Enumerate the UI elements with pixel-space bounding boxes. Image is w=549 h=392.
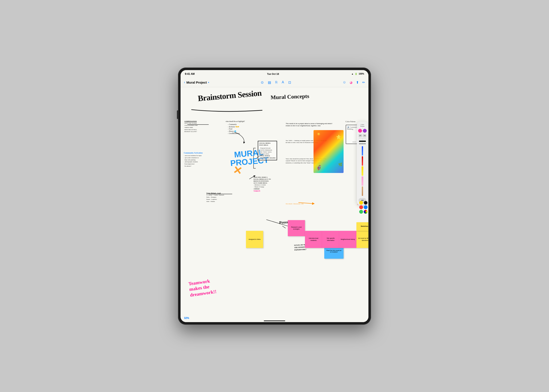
side-button (177, 110, 178, 119)
swatch-black[interactable] (364, 201, 368, 205)
social-media-annotation: SOCIAL MEDIAPOST IDEAS – Proposed Artwor… (258, 141, 277, 160)
swatch-green[interactable] (359, 210, 363, 214)
nav-left[interactable]: ‹ Mural Project ▾ (184, 80, 209, 84)
back-chevron-icon[interactable]: ‹ (184, 80, 185, 84)
mural-concepts-title: Mural Concepts (271, 93, 309, 100)
thick-marker-preview[interactable] (359, 140, 366, 142)
ipad-frame: 9:41 AM Tue Oct 18 ▲ 🔋 100% ‹ Mural Proj… (178, 68, 371, 325)
orange-x-decoration: ✕ (232, 163, 243, 177)
sticky-site-specific[interactable]: Site specific information (322, 231, 339, 248)
palette-purple-dot[interactable] (363, 129, 367, 133)
color-wheel-icon[interactable]: ◕ (349, 80, 353, 84)
pen-pencil[interactable] (362, 186, 363, 196)
canvas-area[interactable]: Brainstorm Session Mural Concepts Color … (181, 87, 368, 322)
zoom-indicator: 32% (184, 316, 189, 320)
status-time: 9:41 AM (185, 72, 195, 76)
sticky-sketches[interactable]: Sketches (356, 222, 368, 231)
team-annotation: Team: Michael – Lead ☀ Carson – Comm. Ou… (206, 192, 224, 203)
pen-pink[interactable] (362, 176, 363, 186)
palette-divider (359, 139, 366, 139)
nav-title: Mural Project (186, 81, 207, 84)
status-date: Tue Oct 18 (267, 73, 279, 75)
text-format-icon[interactable]: A (282, 80, 284, 84)
wifi-icon: ▲ (351, 73, 354, 75)
screen: 9:41 AM Tue Oct 18 ▲ 🔋 100% ‹ Mural Proj… (181, 70, 368, 322)
battery-icon: 🔋 (355, 73, 357, 75)
palette-pink-dot[interactable] (358, 129, 362, 133)
redo-button[interactable]: ↪ (363, 134, 366, 137)
nav-right-tools: ☺ ◕ ⬆ ✏ (343, 80, 365, 84)
sticky-interview-residents[interactable]: Interview local residents (305, 231, 322, 248)
image-icon[interactable]: ⊡ (288, 80, 291, 84)
swatch-multicolor[interactable] (364, 210, 368, 214)
color-palette-label: Color Palette (345, 120, 356, 123)
nav-bar: ‹ Mural Project ▾ ⊙ ▤ ⎘ A ⊡ ☺ ◕ ⬆ ✏ (181, 78, 368, 87)
color-palette-panel: ColorPalette ↩ ↪ (357, 121, 368, 205)
neha-social-annotation: NEHA WILL MAKE ASOCIAL-MEDIA ACCT. TODRU… (253, 176, 271, 192)
sticky-1st-round[interactable]: 1st round w/ different directions (356, 231, 368, 248)
thin-line-preview[interactable] (359, 144, 366, 144)
swatch-red[interactable] (359, 205, 363, 209)
sticky-neighborhood-history[interactable]: Neighborhood history (339, 231, 356, 248)
undo-button[interactable]: ↩ (359, 134, 362, 137)
color-swatches-panel (359, 201, 368, 214)
teamwork-text: Teamworkmakes thedreamwork!! (188, 278, 217, 298)
swatch-yellow[interactable] (359, 201, 363, 205)
home-indicator (264, 320, 285, 321)
site-details-annotation: Site details / dimensions: 30ft (286, 203, 303, 205)
nav-center-tools: ⊙ ▤ ⎘ A ⊡ (261, 80, 291, 84)
pen-yellow[interactable] (362, 166, 363, 176)
main-right-text: This needs to be a project about a sense… (286, 123, 333, 127)
palette-main-colors (358, 129, 367, 133)
brainstorm-title: Brainstorm Session (198, 90, 262, 101)
swatch-row-2 (359, 205, 368, 209)
nav-dropdown-icon[interactable]: ▾ (208, 81, 209, 84)
pencil-edit-icon[interactable]: ✏ (362, 80, 365, 84)
pen-blue[interactable] (362, 146, 363, 156)
swatch-blue[interactable] (364, 205, 368, 209)
compensation-annotation: COMPENSATION LET'S TRY TO PAYVOLUNTEERS … (185, 120, 198, 133)
emoji-icon[interactable]: ☺ (343, 80, 346, 84)
folder-icon[interactable]: ⎘ (275, 80, 278, 84)
lasso-tool-icon[interactable]: ⊙ (261, 80, 264, 84)
community-activation-annotation: Community Activation – ask local residen… (184, 152, 203, 167)
sticky-research-local[interactable]: Research Local ecologies (288, 220, 305, 236)
undo-redo-group: ↩ ↪ (359, 134, 366, 137)
status-right: ▲ 🔋 100% (351, 73, 364, 75)
palette-header-label: ColorPalette (360, 124, 364, 127)
art-highlight-annotation: what should the art highlight? – Communi… (226, 120, 245, 135)
swatch-row-3 (359, 210, 368, 214)
battery-level: 100% (359, 73, 364, 75)
pen-red[interactable] (362, 156, 363, 166)
mural-artwork-illustration: 🦸 ⭐ ☀️ 🌿 (314, 130, 343, 173)
status-bar: 9:41 AM Tue Oct 18 ▲ 🔋 100% (181, 70, 368, 78)
note-view-icon[interactable]: ▤ (268, 80, 271, 84)
swatch-row-1 (359, 201, 368, 205)
share-icon[interactable]: ⬆ (356, 80, 359, 84)
sticky-assigned-neha[interactable]: Assigned to Neha (246, 231, 263, 248)
